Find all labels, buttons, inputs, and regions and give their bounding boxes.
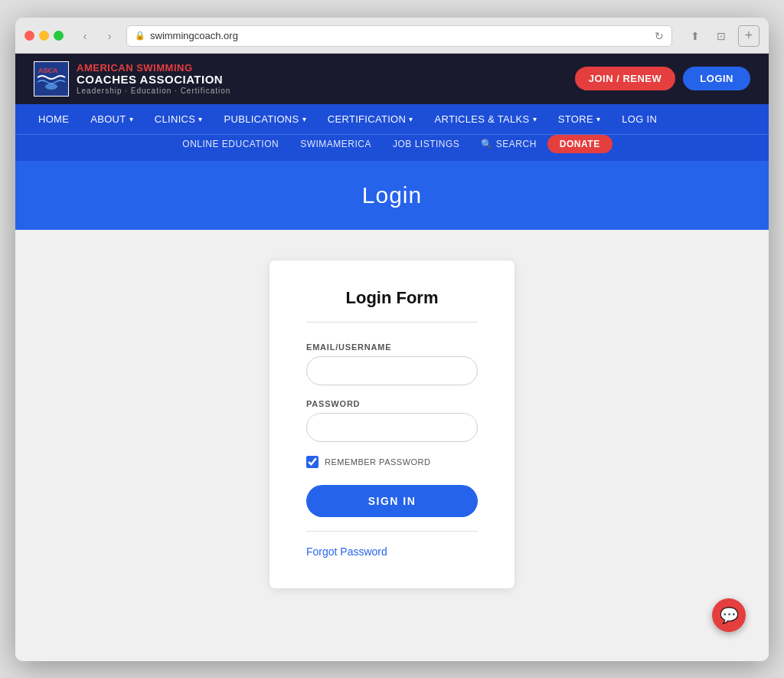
email-label: EMAIL/USERNAME bbox=[306, 342, 478, 352]
login-form-title: Login Form bbox=[306, 288, 478, 308]
password-form-group: PASSWORD bbox=[306, 399, 478, 442]
traffic-lights bbox=[24, 31, 64, 41]
browser-chrome: ‹ › 🔒 swimmingcoach.org ↻ ⬆ ⊡ + bbox=[15, 18, 769, 54]
address-bar[interactable]: 🔒 swimmingcoach.org ↻ bbox=[126, 25, 672, 47]
search-icon: 🔍 bbox=[481, 139, 493, 149]
donate-button[interactable]: DONATE bbox=[547, 135, 612, 153]
close-button[interactable] bbox=[24, 31, 34, 41]
page-title-bar: Login bbox=[15, 161, 769, 230]
logo-area: ASCA AMERICAN SWIMMING COACHES ASSOCIATI… bbox=[34, 61, 230, 97]
site-header: ASCA AMERICAN SWIMMING COACHES ASSOCIATI… bbox=[15, 54, 769, 104]
remember-row: REMEMBER PASSWORD bbox=[306, 456, 478, 468]
share-button[interactable]: ⬆ bbox=[684, 28, 706, 44]
nav-item-login[interactable]: LOG IN bbox=[611, 104, 668, 134]
sec-nav-search[interactable]: 🔍 SEARCH bbox=[470, 136, 547, 152]
site-wrapper: ASCA AMERICAN SWIMMING COACHES ASSOCIATI… bbox=[15, 54, 769, 661]
email-input[interactable] bbox=[306, 356, 478, 385]
chat-button[interactable]: 💬 bbox=[712, 598, 746, 632]
content-area: Login Form EMAIL/USERNAME PASSWORD REMEM… bbox=[15, 230, 769, 634]
org-name-mid: COACHES ASSOCIATION bbox=[77, 74, 230, 87]
minimize-button[interactable] bbox=[39, 31, 49, 41]
nav-buttons: ‹ › bbox=[74, 28, 120, 44]
remember-checkbox[interactable] bbox=[306, 456, 318, 468]
back-button[interactable]: ‹ bbox=[74, 28, 96, 44]
main-nav: HOME ABOUT ▾ CLINICS ▾ PUBLICATIONS ▾ CE… bbox=[15, 104, 769, 134]
nav-item-articles[interactable]: ARTICLES & TALKS ▾ bbox=[424, 104, 547, 134]
maximize-button[interactable] bbox=[54, 31, 64, 41]
new-tab-button[interactable]: + bbox=[738, 25, 760, 47]
nav-item-certification[interactable]: CERTIFICATION ▾ bbox=[317, 104, 424, 134]
org-name-sub: Leadership · Education · Certification bbox=[77, 87, 230, 95]
org-name: AMERICAN SWIMMING COACHES ASSOCIATION Le… bbox=[77, 62, 230, 95]
articles-arrow: ▾ bbox=[533, 115, 537, 123]
login-card: Login Form EMAIL/USERNAME PASSWORD REMEM… bbox=[270, 260, 514, 588]
nav-item-clinics[interactable]: CLINICS ▾ bbox=[144, 104, 214, 134]
certification-arrow: ▾ bbox=[409, 115, 413, 123]
join-renew-button[interactable]: JOIN / RENEW bbox=[575, 67, 676, 90]
lock-icon: 🔒 bbox=[135, 31, 145, 41]
nav-item-about[interactable]: ABOUT ▾ bbox=[80, 104, 144, 134]
nav-item-publications[interactable]: PUBLICATIONS ▾ bbox=[214, 104, 317, 134]
secondary-nav: ONLINE EDUCATION SWIMAMERICA JOB LISTING… bbox=[15, 134, 769, 161]
email-form-group: EMAIL/USERNAME bbox=[306, 342, 478, 385]
sec-nav-job-listings[interactable]: JOB LISTINGS bbox=[382, 136, 470, 152]
svg-text:ASCA: ASCA bbox=[38, 67, 58, 74]
nav-item-home[interactable]: HOME bbox=[28, 104, 80, 134]
remember-label: REMEMBER PASSWORD bbox=[325, 457, 430, 467]
publications-arrow: ▾ bbox=[302, 115, 306, 123]
sec-nav-online-education[interactable]: ONLINE EDUCATION bbox=[172, 136, 289, 152]
url-text: swimmingcoach.org bbox=[150, 30, 238, 41]
about-arrow: ▾ bbox=[129, 115, 133, 123]
title-divider bbox=[306, 322, 478, 323]
password-label: PASSWORD bbox=[306, 399, 478, 408]
password-input[interactable] bbox=[306, 413, 478, 442]
page-title: Login bbox=[28, 182, 756, 208]
chrome-actions: ⬆ ⊡ bbox=[684, 28, 732, 44]
add-tab-button[interactable]: ⊡ bbox=[710, 28, 732, 44]
clinics-arrow: ▾ bbox=[198, 115, 202, 123]
store-arrow: ▾ bbox=[596, 115, 600, 123]
signin-divider bbox=[306, 531, 478, 532]
nav-item-store[interactable]: STORE ▾ bbox=[547, 104, 611, 134]
signin-button[interactable]: SIGN IN bbox=[306, 485, 478, 517]
chat-icon: 💬 bbox=[720, 606, 739, 624]
forward-button[interactable]: › bbox=[99, 28, 120, 44]
reload-icon[interactable]: ↻ bbox=[655, 30, 664, 42]
login-top-button[interactable]: LOGIN bbox=[683, 67, 750, 90]
svg-point-4 bbox=[45, 84, 57, 90]
header-actions: JOIN / RENEW LOGIN bbox=[575, 67, 750, 90]
org-name-top: AMERICAN SWIMMING bbox=[77, 62, 230, 74]
forgot-password-link[interactable]: Forgot Password bbox=[306, 545, 478, 558]
sec-nav-swimamerica[interactable]: SWIMAMERICA bbox=[289, 136, 382, 152]
logo-image: ASCA bbox=[34, 61, 69, 97]
browser-window: ‹ › 🔒 swimmingcoach.org ↻ ⬆ ⊡ + bbox=[15, 18, 769, 661]
